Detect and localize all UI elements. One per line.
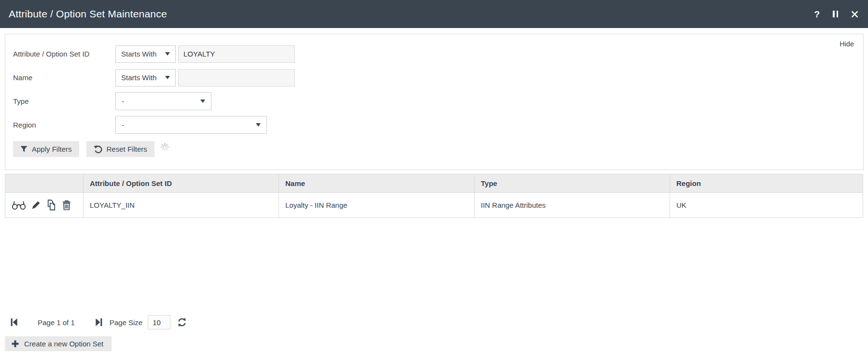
copy-icon[interactable] [46, 200, 57, 211]
first-page-icon[interactable] [10, 318, 18, 327]
name-filter-input[interactable] [178, 69, 295, 86]
column-header-type[interactable]: Type [475, 174, 670, 193]
field-label-name: Name [13, 73, 115, 82]
cell-type: IIN Range Attributes [475, 193, 670, 218]
column-header-name[interactable]: Name [279, 174, 475, 193]
field-label-id: Attribute / Option Set ID [13, 50, 115, 58]
region-select[interactable]: - [115, 116, 267, 134]
row-actions [12, 200, 83, 211]
apply-filters-label: Apply Filters [32, 145, 72, 153]
column-header-actions [5, 174, 84, 193]
filter-row-name: Name Starts With [13, 66, 863, 89]
page-size-input[interactable] [148, 315, 170, 329]
name-operator-value: Starts With [121, 73, 156, 82]
pause-icon[interactable] [833, 11, 838, 17]
hide-filters-link[interactable]: Hide [840, 40, 854, 48]
id-operator-select[interactable]: Starts With [115, 45, 176, 63]
chevron-down-icon [200, 100, 205, 103]
close-icon[interactable] [851, 11, 858, 18]
filter-row-id: Attribute / Option Set ID Starts With [13, 42, 863, 66]
pencil-icon[interactable] [31, 200, 41, 210]
field-label-type: Type [13, 97, 115, 105]
results-table: Attribute / Option Set ID Name Type Regi… [5, 174, 863, 218]
title-bar: Attribute / Option Set Maintenance ? [0, 0, 868, 28]
filter-panel: Hide Attribute / Option Set ID Starts Wi… [5, 34, 864, 170]
plus-icon [11, 340, 19, 348]
table-header-row: Attribute / Option Set ID Name Type Regi… [5, 174, 863, 193]
column-header-id[interactable]: Attribute / Option Set ID [84, 174, 279, 193]
name-operator-select[interactable]: Starts With [115, 69, 176, 86]
create-option-set-label: Create a new Option Set [24, 340, 103, 348]
page-info: Page 1 of 1 [38, 318, 75, 327]
cell-region: UK [670, 193, 863, 218]
create-option-set-button[interactable]: Create a new Option Set [5, 336, 112, 351]
table-row: LOYALTY_IIN Loyalty - IIN Range IIN Rang… [5, 193, 863, 218]
type-select-value: - [122, 97, 124, 105]
id-filter-input[interactable] [178, 45, 295, 63]
help-icon[interactable]: ? [814, 10, 820, 19]
titlebar-icons: ? [814, 10, 858, 19]
region-select-value: - [122, 121, 124, 129]
id-operator-value: Starts With [121, 50, 156, 58]
chevron-down-icon [165, 76, 170, 79]
apply-filters-button[interactable]: Apply Filters [13, 141, 79, 157]
binoculars-icon[interactable] [12, 200, 26, 210]
chevron-down-icon [256, 123, 261, 127]
cell-name: Loyalty - IIN Range [279, 193, 475, 218]
chevron-down-icon [165, 52, 170, 56]
trash-icon[interactable] [62, 200, 71, 210]
loading-spinner-icon [160, 142, 170, 154]
field-label-region: Region [13, 121, 115, 129]
page-title: Attribute / Option Set Maintenance [9, 8, 814, 20]
reset-icon [94, 145, 102, 154]
reset-filters-button[interactable]: Reset Filters [86, 141, 154, 157]
filter-buttons-row: Apply Filters Reset Filters [13, 141, 863, 157]
column-header-region[interactable]: Region [670, 174, 863, 193]
filter-icon [20, 145, 28, 153]
refresh-icon[interactable] [177, 317, 187, 327]
filter-row-region: Region - [13, 113, 863, 137]
reset-filters-label: Reset Filters [107, 145, 147, 153]
filter-row-type: Type - [13, 89, 863, 113]
type-select[interactable]: - [115, 92, 211, 110]
page-size-label: Page Size [110, 318, 142, 327]
cell-id: LOYALTY_IIN [84, 193, 279, 218]
pagination-bar: Page 1 of 1 Page Size [5, 315, 187, 329]
last-page-icon[interactable] [95, 318, 103, 327]
